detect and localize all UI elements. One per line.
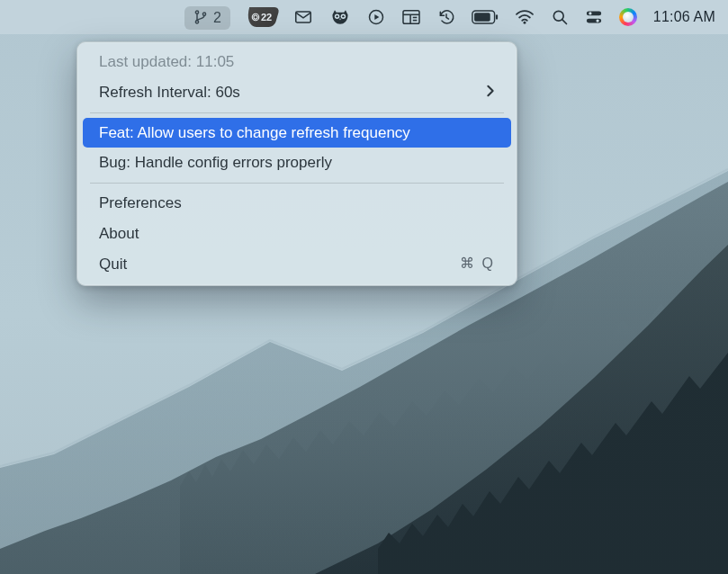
svg-point-11 [342, 15, 344, 17]
mail-menubar-item[interactable] [293, 0, 313, 34]
time-machine-icon [437, 8, 455, 26]
svg-line-23 [562, 20, 567, 24]
status-dropdown-menu: Last updated: 11:05 Refresh Interval: 60… [76, 41, 517, 286]
preferences-item[interactable]: Preferences [83, 188, 511, 219]
svg-point-27 [596, 19, 598, 22]
svg-point-10 [336, 15, 337, 17]
wifi-icon [515, 9, 535, 25]
wallet-badge-icon: 22 [244, 7, 280, 27]
badge-count: 22 [261, 12, 272, 22]
play-menubar-item[interactable] [367, 0, 385, 34]
control-center-menubar-item[interactable] [585, 0, 603, 34]
menu-bar: 2 22 [0, 0, 728, 34]
chevron-right-icon [486, 82, 495, 103]
window-layout-menubar-item[interactable] [401, 0, 421, 34]
search-icon [551, 8, 569, 26]
window-layout-icon [401, 9, 421, 25]
owl-menubar-item[interactable] [329, 0, 351, 34]
battery-icon [472, 10, 499, 24]
battery-menubar-item[interactable] [472, 0, 499, 34]
wifi-menubar-item[interactable] [515, 0, 535, 34]
menu-bar-clock[interactable]: 11:06 AM [653, 0, 715, 34]
time-machine-menubar-item[interactable] [437, 0, 455, 34]
git-status-menubar-item[interactable]: 2 [184, 6, 230, 30]
svg-rect-19 [474, 13, 490, 22]
mail-icon [293, 7, 313, 27]
git-branch-icon [193, 10, 208, 27]
menu-separator [90, 112, 504, 113]
svg-rect-24 [587, 11, 601, 15]
spotlight-menubar-item[interactable] [551, 0, 569, 34]
svg-rect-26 [587, 19, 601, 23]
svg-point-21 [523, 22, 526, 24]
owl-icon [329, 7, 351, 27]
wallet-badge-menubar-item[interactable]: 22 [247, 0, 277, 34]
about-item[interactable]: About [83, 219, 511, 249]
refresh-interval-item[interactable]: Refresh Interval: 60s [83, 77, 511, 108]
refresh-interval-label: Refresh Interval: 60s [99, 82, 240, 103]
svg-point-5 [254, 15, 257, 19]
svg-point-25 [589, 12, 591, 14]
quit-shortcut: ⌘ Q [460, 254, 495, 274]
pr-item-feat[interactable]: Feat: Allow users to change refresh freq… [83, 118, 511, 148]
menu-separator [90, 183, 504, 184]
svg-rect-20 [496, 14, 498, 19]
last-updated-label: Last updated: 11:05 [83, 47, 511, 77]
quit-item[interactable]: Quit ⌘ Q [83, 249, 511, 280]
play-circle-icon [367, 8, 385, 26]
siri-icon [619, 8, 637, 26]
pr-item-bug[interactable]: Bug: Handle config errors properly [83, 148, 511, 178]
git-count: 2 [213, 10, 221, 26]
control-center-icon [585, 9, 603, 25]
siri-menubar-item[interactable] [619, 0, 637, 34]
